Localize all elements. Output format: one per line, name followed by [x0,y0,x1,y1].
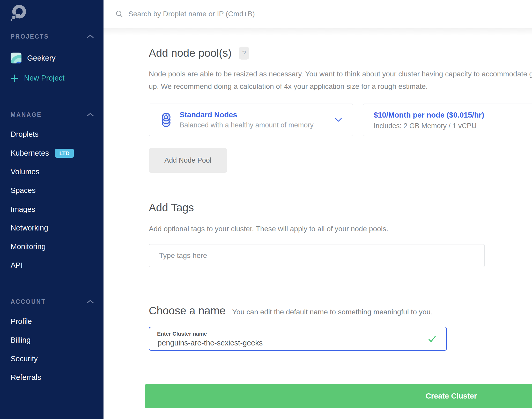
valid-check-icon [428,336,436,343]
sidebar-item-kubernetes[interactable]: Kubernetes LTD [11,148,74,158]
sidebar-item-label: Networking [11,223,48,233]
sidebar-item-label: Kubernetes [11,148,49,158]
header-shadow [104,28,532,35]
sidebar-divider [0,98,104,98]
help-badge[interactable]: ? [239,47,249,60]
geekery-project-avatar [11,53,21,63]
sidebar-item-networking[interactable]: Networking [11,223,48,233]
node-type-select[interactable]: Standard Nodes Balanced with a healthy a… [149,104,353,136]
sidebar-item-spaces[interactable]: Spaces [11,185,36,196]
search-icon [115,10,123,18]
sidebar-item-security[interactable]: Security [11,353,38,364]
sidebar-item-billing[interactable]: Billing [11,335,31,345]
chevron-up-icon [87,300,94,304]
node-type-title: Standard Nodes [180,111,314,119]
digitalocean-logo-icon [11,5,26,21]
sidebar-item-droplets[interactable]: Droplets [11,129,39,139]
account-collapse-button[interactable] [87,300,94,305]
sidebar-item-monitoring[interactable]: Monitoring [11,241,46,252]
sidebar-item-label: Spaces [11,185,36,196]
price-subtitle: Includes: 2 GB Memory / 1 vCPU [374,122,532,130]
ltd-badge: LTD [55,149,73,158]
sidebar-item-profile[interactable]: Profile [11,316,32,327]
chevron-up-icon [87,34,94,38]
choose-name-subtitle: You can edit the default name to somethi… [232,308,433,316]
page-title: Add node pool(s) [149,47,232,59]
node-type-subtitle: Balanced with a healthy amount of memory [180,121,314,129]
sidebar-item-label: Billing [11,335,31,345]
manage-collapse-button[interactable] [87,113,94,118]
price-title: $10/Month per node ($0.015/hr) [374,111,532,119]
projects-collapse-button[interactable] [87,34,94,39]
account-section-label: ACCOUNT [11,298,46,305]
chevron-up-icon [87,113,94,117]
description-line2: up. We recommend doing a calculation of … [149,80,532,93]
top-header [104,0,532,28]
price-info-box: $10/Month per node ($0.015/hr) Includes:… [363,104,532,136]
digitalocean-logo[interactable] [11,5,26,22]
add-tags-title: Add Tags [149,201,194,214]
new-project-button[interactable]: New Project [11,74,64,82]
search-input[interactable] [128,10,412,18]
create-cluster-button[interactable]: Create Cluster [145,384,532,408]
new-project-label: New Project [24,74,64,82]
cluster-name-input[interactable] [157,338,390,348]
sidebar-divider [0,285,104,285]
sidebar-item-label: API [11,260,23,270]
create-cluster-label: Create Cluster [426,392,477,400]
add-tags-description: Add optional tags to your cluster. These… [149,225,388,233]
sidebar-item-label: Referrals [11,372,41,382]
cluster-name-label: Enter Cluster name [157,331,446,337]
node-pools-description: Node pools are able to be resized as nec… [149,68,532,93]
nodes-stack-icon [159,112,173,127]
sidebar-item-label: Images [11,204,35,214]
tags-input[interactable] [149,244,485,267]
projects-section-label: PROJECTS [11,33,49,40]
sidebar-item-label: Monitoring [11,241,46,252]
plus-icon [11,74,18,82]
sidebar-item-label: Profile [11,316,32,327]
cluster-name-field[interactable]: Enter Cluster name [149,327,447,351]
sidebar-item-label: Droplets [11,129,39,139]
sidebar-item-volumes[interactable]: Volumes [11,167,39,177]
chevron-down-icon [335,118,342,122]
sidebar: PROJECTS Geekery New Project MANAGE Drop… [0,0,104,419]
sidebar-item-images[interactable]: Images [11,204,35,214]
sidebar-item-api[interactable]: API [11,260,23,270]
sidebar-item-label: Security [11,353,38,364]
choose-name-title: Choose a name [149,305,226,317]
project-name-label: Geekery [27,54,56,62]
sidebar-item-label: Volumes [11,167,39,177]
sidebar-item-referrals[interactable]: Referrals [11,372,41,382]
manage-section-label: MANAGE [11,111,42,118]
sidebar-item-geekery[interactable]: Geekery [11,53,56,63]
description-line1: Node pools are able to be resized as nec… [149,68,532,80]
add-node-pool-button[interactable]: Add Node Pool [149,148,227,173]
